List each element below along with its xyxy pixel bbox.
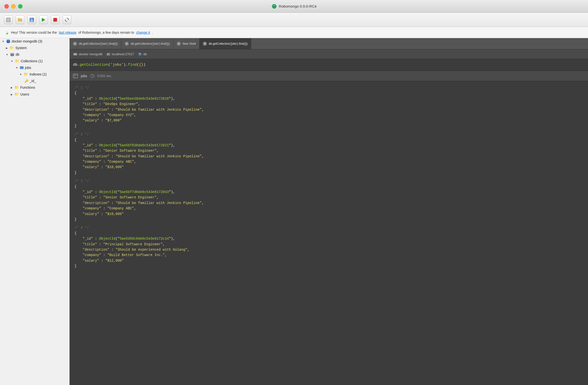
- tab-1-close[interactable]: ✕: [73, 42, 77, 46]
- tab-2[interactable]: ✕ db.getCollection('jobs').find({}): [121, 38, 173, 49]
- open-button[interactable]: [16, 15, 24, 24]
- tab-2-close[interactable]: ✕: [125, 42, 129, 46]
- sidebar-item-collections[interactable]: ▼ 📁 Collections (1): [0, 58, 69, 64]
- minimize-button[interactable]: [11, 4, 16, 9]
- query-args: {}: [139, 63, 143, 67]
- chevron-down-icon: ▼: [2, 40, 4, 43]
- content-area: ✕ db.getCollection('jobs').find({}) ✕ db…: [70, 38, 588, 385]
- sidebar-indexes-label: Indexes (1): [30, 72, 47, 76]
- sidebar-item-id[interactable]: 🔑 _id_: [0, 78, 69, 84]
- query-text[interactable]: db.getCollection('jobs').find({}): [73, 63, 585, 67]
- record-open-brace: {: [74, 184, 583, 189]
- tab-3[interactable]: ✕ New Shell: [173, 38, 200, 49]
- record-salary: "salary" : "$10,000": [74, 211, 583, 217]
- notification-text-before: Hey! This version could be the: [11, 31, 57, 34]
- sidebar-system-label: System: [15, 46, 27, 50]
- new-connection-button[interactable]: [4, 15, 13, 24]
- record-comment: /* 3 */: [74, 178, 583, 184]
- conn-server-label: docker mongodb: [79, 52, 103, 56]
- sidebar-item-root[interactable]: ▼ docker mongodb (3): [0, 38, 69, 44]
- svg-rect-4: [9, 19, 10, 20]
- app-icon: [272, 4, 277, 9]
- record-open-brace: {: [74, 231, 583, 236]
- record-id: "_id" : ObjectId("5ae5bee38de6c543e61728…: [74, 96, 583, 101]
- conn-host: localhost:27017: [106, 52, 134, 56]
- refresh-button[interactable]: [63, 15, 71, 24]
- conn-server: docker mongodb: [73, 52, 103, 56]
- record-id: "_id" : ObjectId("5ae5d58c8de6c543e6172c…: [74, 236, 583, 241]
- notification-link-last-release[interactable]: last release: [59, 31, 76, 34]
- chevron-down-icon: ▼: [6, 53, 8, 56]
- query-db-part: db.: [73, 63, 80, 67]
- query-bar: db.getCollection('jobs').find({}): [70, 59, 588, 71]
- chevron-down-icon: ▼: [11, 60, 13, 63]
- chevron-right-icon: ▶: [11, 86, 13, 89]
- query-find-paren: (: [137, 63, 139, 67]
- svg-marker-13: [65, 20, 66, 21]
- svg-rect-2: [6, 18, 10, 22]
- sidebar-item-db[interactable]: ▼ db: [0, 51, 69, 58]
- query-collection-arg: 'jobs': [110, 63, 124, 67]
- stop-button[interactable]: [51, 15, 60, 24]
- maximize-button[interactable]: [18, 4, 22, 9]
- svg-point-19: [10, 53, 14, 54]
- sidebar-functions-label: Functions: [20, 86, 35, 89]
- sidebar-item-indexes[interactable]: ▼ 📁 Indexes (1): [0, 71, 69, 78]
- host-icon: [106, 52, 110, 56]
- results-collection-label: jobs: [81, 74, 87, 78]
- server-icon: [73, 53, 77, 56]
- record-block: /* 3 */ { "_id" : ObjectId("5ae5bf7d8de6…: [74, 178, 583, 222]
- sidebar-root-label: docker mongodb (3): [12, 39, 42, 43]
- record-title: "title" : "Senior Software Engineer",: [74, 195, 583, 200]
- toolbar: [0, 13, 588, 27]
- record-block: /* 4 */ { "_id" : ObjectId("5ae5d58c8de6…: [74, 225, 583, 269]
- code-output[interactable]: /* 1 */ { "_id" : ObjectId("5ae5bee38de6…: [70, 81, 588, 385]
- save-button[interactable]: [27, 15, 36, 24]
- sidebar-item-system[interactable]: ▶ 📁 System: [0, 44, 69, 51]
- main-layout: ▼ docker mongodb (3) ▶ 📁 System ▼ db: [0, 38, 588, 385]
- tab-4-close[interactable]: ✕: [203, 42, 207, 46]
- tab-4-label: db.getCollection('jobs').find({}): [209, 42, 248, 45]
- notification-text-after: .: [152, 31, 153, 34]
- svg-rect-5: [7, 20, 8, 21]
- record-salary: "salary" : "$10,000": [74, 164, 583, 170]
- record-description: "description" : "Should be familiar with…: [74, 200, 583, 206]
- chevron-right-icon: ▶: [6, 47, 8, 49]
- record-title: "title" : "DevOps Engineer",: [74, 101, 583, 107]
- tab-1[interactable]: ✕ db.getCollection('jobs').find({}): [70, 38, 121, 49]
- notification-icon: 🍃: [5, 31, 9, 34]
- record-close-brace: }: [74, 123, 583, 129]
- svg-marker-12: [68, 19, 69, 20]
- record-close-brace: }: [74, 263, 583, 269]
- query-method-part: getCollection: [80, 63, 108, 67]
- notification-text-middle: of Robomongo, a few days remain to: [78, 31, 134, 34]
- chevron-down-icon: ▼: [16, 66, 18, 69]
- svg-point-20: [10, 55, 14, 56]
- sidebar-item-users[interactable]: ▶ 📁 Users: [0, 91, 69, 98]
- svg-rect-8: [31, 18, 32, 19]
- record-company: "company" : "Company ABC",: [74, 159, 583, 164]
- record-close-brace: }: [74, 170, 583, 175]
- collection-icon: [20, 66, 24, 70]
- tab-3-close[interactable]: ✕: [177, 42, 181, 46]
- svg-line-38: [92, 76, 93, 76]
- sidebar-item-jobs[interactable]: ▼ jobs: [0, 64, 69, 71]
- title-bar: Robomongo 0.9.0-RC4: [0, 0, 588, 13]
- folder-icon-users: 📁: [14, 92, 19, 96]
- tab-1-label: db.getCollection('jobs').find({}): [79, 42, 118, 45]
- index-icon: 🔑: [24, 79, 28, 83]
- tab-4[interactable]: ✕ db.getCollection('jobs').find({}): [200, 38, 251, 49]
- svg-rect-9: [31, 20, 33, 21]
- traffic-lights: [4, 4, 22, 9]
- notification-link-change[interactable]: change it: [136, 31, 150, 34]
- execute-button[interactable]: [39, 15, 48, 24]
- record-description: "description" : "Should be familiar with…: [74, 154, 583, 159]
- svg-point-1: [273, 6, 275, 7]
- close-button[interactable]: [4, 4, 9, 9]
- query-find-close: ): [143, 63, 146, 67]
- folder-icon-indexes: 📁: [24, 72, 28, 76]
- svg-rect-29: [107, 54, 108, 55]
- table-icon: [73, 74, 78, 78]
- record-comment: /* 2 */: [74, 132, 583, 137]
- sidebar-item-functions[interactable]: ▶ 📁 Functions: [0, 84, 69, 91]
